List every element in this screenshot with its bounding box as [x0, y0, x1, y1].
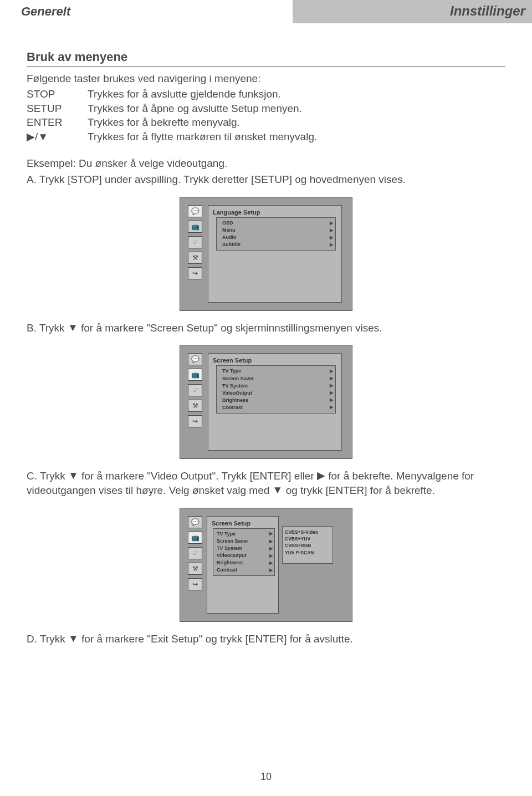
menu-item: Audio▶	[222, 234, 333, 241]
tv-icon: 📺	[188, 369, 202, 381]
section-title: Bruk av menyene	[27, 50, 505, 67]
menu-sub-item: CVBS+S-Video	[285, 529, 330, 535]
chevron-right-icon: ▶	[269, 567, 273, 574]
header-right-title: Innstillinger	[293, 0, 532, 23]
chevron-right-icon: ▶	[269, 530, 273, 537]
key-desc: Trykkes for å bekrefte menyvalg.	[88, 115, 505, 130]
step-d-post: for å markere "Exit Setup" og trykk [ENT…	[79, 633, 353, 645]
menu-item-label: Subtitle	[222, 241, 241, 248]
step-d: D. Trykk ▼ for å markere "Exit Setup" og…	[27, 632, 505, 646]
intro-text: Følgende taster brukes ved navigering i …	[27, 73, 505, 85]
menu-c-subpanel: CVBS+S-Video CVBS+YUV CVBS+RGB YUV P-SCA…	[282, 526, 333, 564]
exit-icon: ↪	[188, 415, 202, 427]
menu-item-label: Audio	[222, 234, 237, 241]
page-content: Bruk av menyene Følgende taster brukes v…	[0, 23, 532, 657]
chevron-right-icon: ▶	[330, 382, 333, 389]
step-c-seg: C. Trykk	[27, 470, 68, 482]
menu-item-label: OSD	[222, 220, 233, 227]
menu-c-list: TV Type▶ Screen Saver▶ TV System▶ VideoO…	[213, 528, 275, 576]
exit-icon: ↪	[188, 267, 202, 279]
menu-c-icons: 💬 📺 ☞ ⚒ ↪	[188, 516, 203, 614]
step-b-post: for å markere "Screen Setup" og skjermin…	[78, 322, 382, 334]
wrench-icon: ⚒	[188, 563, 202, 575]
page-header: Generelt Innstillinger	[0, 0, 532, 23]
key-row: SETUP Trykkes for å åpne og avslutte Set…	[27, 101, 505, 116]
speech-icon: 💬	[188, 205, 202, 217]
menu-sub-item: CVBS+YUV	[285, 535, 330, 542]
menu-item: TV Type▶	[222, 368, 333, 375]
menu-item: OSD▶	[222, 220, 333, 227]
hand-icon: ☞	[188, 547, 202, 559]
chevron-right-icon: ▶	[269, 545, 273, 552]
menu-item: Screen Saver▶	[222, 375, 333, 382]
down-arrow-icon: ▼	[68, 322, 78, 333]
menu-item-label: TV Type	[222, 368, 241, 375]
chevron-right-icon: ▶	[330, 397, 333, 404]
chevron-right-icon: ▶	[330, 390, 333, 396]
step-d-pre: D. Trykk	[27, 633, 68, 645]
key-desc: Trykkes for å åpne og avslutte Setup men…	[88, 101, 505, 116]
key-desc: Trykkes for å avslutte gjeldende funksjo…	[88, 87, 505, 101]
menu-item-label: TV System	[222, 382, 248, 390]
menu-item-label: VideoOutput	[222, 390, 252, 397]
menu-item: Contrast▶	[217, 567, 273, 574]
menu-b-icons: 💬 📺 ☞ ⚒ ↪	[188, 353, 203, 451]
menu-a-box: 💬 📺 ☞ ⚒ ↪ Language Setup OSD▶ Menu▶ Audi…	[180, 197, 352, 311]
step-c-seg: og trykk [ENTER] for å bekrefte.	[283, 484, 435, 496]
key-table: STOP Trykkes for å avslutte gjeldende fu…	[27, 87, 505, 144]
tv-icon: 📺	[188, 221, 202, 233]
step-a: A. Trykk [STOP] under avspilling. Trykk …	[27, 172, 505, 187]
speech-icon: 💬	[188, 516, 202, 528]
menu-item-label: Screen Saver	[217, 538, 248, 545]
wrench-icon: ⚒	[188, 400, 202, 412]
menu-b-list: TV Type▶ Screen Saver▶ TV System▶ VideoO…	[216, 365, 336, 413]
key-desc: Trykkes for å flytte markøren til ønsket…	[88, 130, 505, 144]
chevron-right-icon: ▶	[330, 404, 333, 411]
wrench-icon: ⚒	[188, 252, 202, 264]
menu-a-list: OSD▶ Menu▶ Audio▶ Subtitle▶	[216, 217, 336, 251]
key-name: ENTER	[27, 115, 88, 130]
menu-b-panel: Screen Setup TV Type▶ Screen Saver▶ TV S…	[208, 353, 342, 451]
menu-item: Contrast▶	[222, 404, 333, 411]
menu-item-label: Screen Saver	[222, 375, 254, 382]
page-number: 10	[0, 771, 532, 783]
menu-item: Brightness▶	[222, 397, 333, 404]
right-arrow-icon: ▶	[317, 470, 325, 481]
menu-c-box: 💬 📺 ☞ ⚒ ↪ Screen Setup TV Type▶ Screen S…	[180, 508, 352, 622]
tv-icon: 📺	[188, 532, 202, 544]
menu-item: TV System▶	[222, 382, 333, 390]
chevron-right-icon: ▶	[269, 560, 273, 567]
example-intro: Eksempel: Du ønsker å velge videoutgang.	[27, 156, 505, 171]
menu-b-box: 💬 📺 ☞ ⚒ ↪ Screen Setup TV Type▶ Screen S…	[180, 345, 352, 459]
key-row: ▶/▼ Trykkes for å flytte markøren til øn…	[27, 130, 505, 144]
menu-item-label: Brightness	[217, 559, 243, 567]
key-name: SETUP	[27, 101, 88, 116]
menu-item-label: Contrast	[222, 404, 243, 411]
key-row: ENTER Trykkes for å bekrefte menyvalg.	[27, 115, 505, 130]
chevron-right-icon: ▶	[330, 220, 333, 227]
menu-item: TV System▶	[217, 545, 273, 552]
chevron-right-icon: ▶	[330, 375, 333, 382]
step-b: B. Trykk ▼ for å markere "Screen Setup" …	[27, 321, 505, 335]
menu-c-holder: 💬 📺 ☞ ⚒ ↪ Screen Setup TV Type▶ Screen S…	[27, 508, 505, 622]
chevron-right-icon: ▶	[330, 242, 333, 248]
chevron-right-icon: ▶	[330, 234, 333, 241]
menu-c-panel: Screen Setup TV Type▶ Screen Saver▶ TV S…	[207, 516, 279, 614]
menu-item-label: TV System	[217, 545, 242, 552]
hand-icon: ☞	[188, 236, 202, 248]
menu-b-title: Screen Setup	[208, 356, 341, 365]
menu-a-title: Language Setup	[208, 208, 341, 217]
menu-sub-item: YUV P-SCAN	[285, 549, 330, 556]
header-left-title: Generelt	[0, 0, 293, 23]
menu-a-panel: Language Setup OSD▶ Menu▶ Audio▶ Subtitl…	[208, 205, 342, 303]
menu-a-holder: 💬 📺 ☞ ⚒ ↪ Language Setup OSD▶ Menu▶ Audi…	[27, 197, 505, 311]
menu-item-label: Menu	[222, 227, 236, 234]
chevron-right-icon: ▶	[269, 538, 273, 545]
key-row: STOP Trykkes for å avslutte gjeldende fu…	[27, 87, 505, 101]
step-c-seg: for å markere "Video Output". Trykk [ENT…	[79, 470, 317, 482]
menu-c-title: Screen Setup	[207, 519, 278, 528]
menu-sub-item: CVBS+RGB	[285, 542, 330, 549]
step-b-pre: B. Trykk	[27, 322, 68, 334]
key-name: STOP	[27, 87, 88, 101]
speech-icon: 💬	[188, 353, 202, 365]
